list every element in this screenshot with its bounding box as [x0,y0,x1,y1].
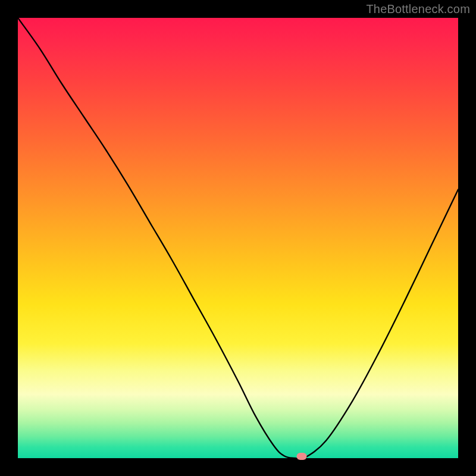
chart-frame: TheBottleneck.com [0,0,476,476]
watermark-text: TheBottleneck.com [366,2,470,16]
curve-path [18,18,458,458]
bottleneck-curve [18,18,458,458]
plot-area [18,18,458,458]
optimal-point-marker [297,453,307,460]
